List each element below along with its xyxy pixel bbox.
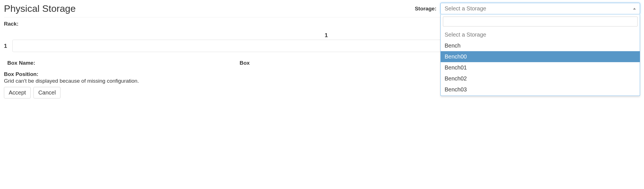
storage-select-selection[interactable]: Select a Storage: [440, 3, 640, 14]
storage-label: Storage:: [415, 6, 436, 12]
storage-select-option[interactable]: Select a Storage: [441, 29, 640, 40]
storage-select-option[interactable]: Bench03: [441, 84, 640, 95]
storage-select-selected-text: Select a Storage: [445, 5, 486, 12]
storage-select-option[interactable]: Bench01: [441, 62, 640, 73]
storage-select-dropdown: Select a StorageBenchBench00Bench01Bench…: [440, 14, 640, 96]
accept-button[interactable]: Accept: [4, 87, 31, 98]
storage-select[interactable]: Select a Storage Select a StorageBenchBe…: [440, 3, 640, 14]
rack-row-header: 1: [4, 43, 12, 49]
page-title: Physical Storage: [4, 3, 76, 14]
box-other-label: Box: [240, 60, 250, 66]
box-name-label: Box Name:: [7, 60, 35, 66]
storage-select-search-input[interactable]: [443, 17, 638, 26]
cancel-button[interactable]: Cancel: [33, 87, 60, 98]
storage-select-option[interactable]: Bench02: [441, 73, 640, 84]
storage-select-option[interactable]: Bench: [441, 40, 640, 51]
storage-select-options: Select a StorageBenchBench00Bench01Bench…: [441, 29, 640, 96]
chevron-up-icon: [633, 8, 636, 10]
storage-select-option[interactable]: Bench00: [441, 51, 640, 62]
